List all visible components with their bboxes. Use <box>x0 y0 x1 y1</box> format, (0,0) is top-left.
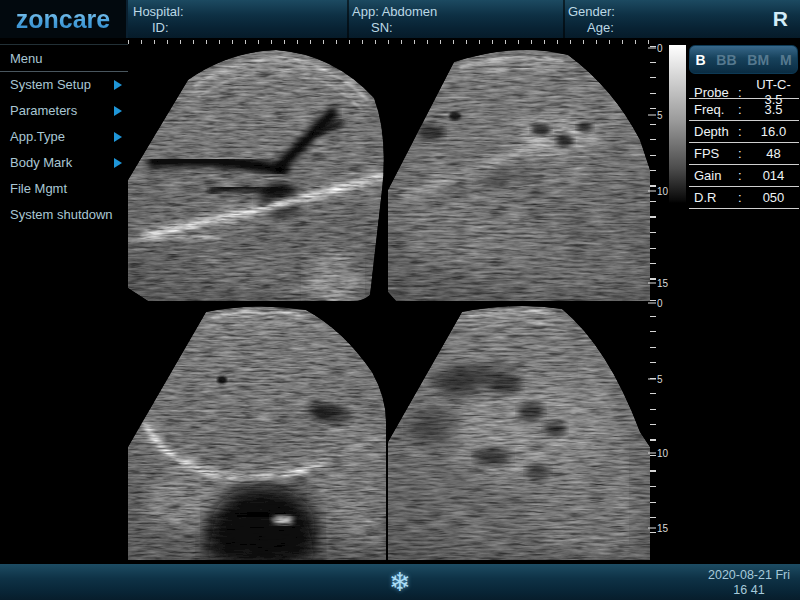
orientation-marker: R <box>773 7 788 31</box>
menu-item-parameters[interactable]: Parameters <box>0 98 128 124</box>
header-divider <box>347 0 349 38</box>
submenu-arrow-icon <box>114 132 122 142</box>
patient-demo-section: Gender: Age: <box>568 0 738 38</box>
param-row-fps: FPS:48 <box>689 143 799 165</box>
hospital-info-section: Hospital: ID: <box>133 0 345 38</box>
param-label: D.R <box>694 190 738 205</box>
ultrasound-fan <box>388 50 650 301</box>
param-row-freq: Freq.:3.5 <box>689 99 799 121</box>
depth-ruler-label: 15 <box>648 278 668 289</box>
depth-ruler-label: 5 <box>648 374 663 385</box>
ultrasound-console-screen: zoncare Hospital: ID: App: Abdomen SN: G… <box>0 0 800 600</box>
date-text: 2020-08-21 Fri <box>708 568 790 583</box>
mode-button-m[interactable]: M <box>780 52 792 68</box>
gender-label: Gender: <box>568 4 615 19</box>
ultrasound-image-bottom-left <box>128 302 386 560</box>
param-value: 48 <box>748 146 799 161</box>
ultrasound-fan <box>128 306 386 560</box>
ultrasound-fan <box>128 50 386 301</box>
depth-ruler-label: 0 <box>648 298 663 309</box>
depth-ruler-upper <box>650 46 656 289</box>
header-divider <box>563 0 565 38</box>
main-menu: Menu System Setup Parameters App.Type Bo… <box>0 44 128 228</box>
param-value: 050 <box>748 190 799 205</box>
status-bar: ❄ 2020-08-21 Fri 16 41 <box>0 563 800 600</box>
menu-item-body-mark[interactable]: Body Mark <box>0 150 128 176</box>
sn-label: SN: <box>371 20 393 35</box>
hospital-label: Hospital: <box>133 4 184 19</box>
param-value: 3.5 <box>748 102 799 117</box>
submenu-arrow-icon <box>114 158 122 168</box>
brand-logo: zoncare <box>16 5 110 34</box>
imaging-mode-selector: B BB BM M <box>689 45 798 74</box>
menu-item-app-type[interactable]: App.Type <box>0 124 128 150</box>
depth-ruler-label: 5 <box>648 110 663 121</box>
menu-item-file-mgmt[interactable]: File Mgmt <box>0 176 128 202</box>
param-label: Probe <box>694 85 738 100</box>
app-label: App: <box>352 4 379 19</box>
patient-info-bar: zoncare Hospital: ID: App: Abdomen SN: G… <box>0 0 800 40</box>
menu-item-system-shutdown[interactable]: System shutdown <box>0 202 128 228</box>
menu-item-system-setup[interactable]: System Setup <box>0 72 128 98</box>
time-text: 16 41 <box>708 583 790 598</box>
mode-button-bm[interactable]: BM <box>747 52 769 68</box>
param-row-probe: Probe:UT-C-3.5 <box>689 77 799 99</box>
mode-button-b[interactable]: B <box>695 52 705 68</box>
depth-ruler-label: 15 <box>648 523 668 534</box>
brand-logo-box: zoncare <box>0 0 128 38</box>
depth-ruler-label: 10 <box>648 448 668 459</box>
submenu-arrow-icon <box>114 80 122 90</box>
ultrasound-image-top-left <box>128 40 386 301</box>
ultrasound-fan <box>388 306 650 560</box>
depth-ruler-lower <box>650 300 656 533</box>
param-label: Gain <box>694 168 738 183</box>
param-label: Depth <box>694 124 738 139</box>
ultrasound-image-top-right <box>388 40 650 301</box>
param-label: FPS <box>694 146 738 161</box>
depth-ruler-label: 10 <box>648 186 668 197</box>
param-value: 014 <box>748 168 799 183</box>
menu-title: Menu <box>0 45 128 72</box>
depth-ruler-label: 0 <box>648 43 663 54</box>
freeze-snowflake-icon: ❄ <box>389 569 411 595</box>
submenu-arrow-icon <box>114 106 122 116</box>
horizontal-scale-ruler <box>128 40 652 44</box>
param-row-dr: D.R:050 <box>689 187 799 209</box>
id-label: ID: <box>152 20 169 35</box>
param-label: Freq. <box>694 102 738 117</box>
app-info-section: App: Abdomen SN: <box>352 0 562 38</box>
grayscale-map-bar <box>669 45 686 203</box>
datetime-display: 2020-08-21 Fri 16 41 <box>708 568 790 598</box>
param-row-depth: Depth:16.0 <box>689 121 799 143</box>
param-row-gain: Gain:014 <box>689 165 799 187</box>
scan-parameter-panel: Probe:UT-C-3.5 Freq.:3.5 Depth:16.0 FPS:… <box>689 77 799 209</box>
ultrasound-image-bottom-right <box>388 302 650 560</box>
app-value: Abdomen <box>382 4 438 19</box>
param-value: 16.0 <box>748 124 799 139</box>
mode-button-bb[interactable]: BB <box>716 52 736 68</box>
age-label: Age: <box>587 20 614 35</box>
